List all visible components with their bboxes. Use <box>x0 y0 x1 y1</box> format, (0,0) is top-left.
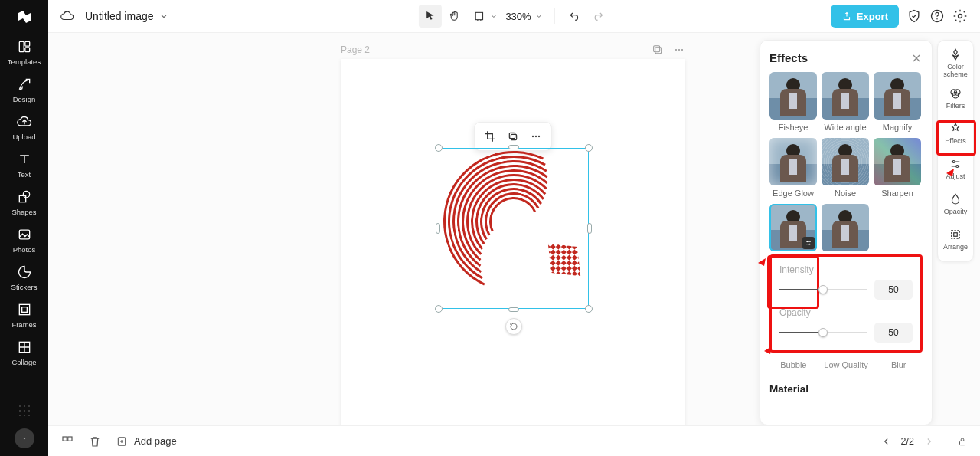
rail-filters[interactable]: Filters <box>938 80 973 116</box>
rail-opacity[interactable]: Opacity <box>938 186 973 221</box>
close-icon[interactable] <box>910 52 923 64</box>
settings-icon[interactable] <box>952 8 968 24</box>
sidebar-item-design[interactable]: Design <box>0 71 48 108</box>
effect-fisheye[interactable] <box>769 72 817 120</box>
svg-point-11 <box>936 18 938 20</box>
more-icon[interactable] <box>673 44 685 56</box>
resize-tool[interactable] <box>467 5 490 28</box>
svg-rect-13 <box>655 48 662 54</box>
resize-handle-se[interactable] <box>585 305 593 313</box>
redo-button[interactable] <box>587 5 610 28</box>
trash-icon[interactable] <box>88 435 102 448</box>
cursor-tool[interactable] <box>418 5 441 28</box>
rail-color-scheme[interactable]: Color scheme <box>938 45 973 80</box>
copy-button[interactable] <box>502 126 524 147</box>
resize-handle-nw[interactable] <box>435 144 443 152</box>
more-button[interactable] <box>525 126 547 147</box>
rail-arrange[interactable]: Arrange <box>938 221 973 257</box>
svg-point-26 <box>952 161 955 163</box>
effect-edge-glow[interactable] <box>769 138 817 185</box>
sidebar-item-shapes[interactable]: Shapes <box>0 183 48 221</box>
svg-rect-33 <box>68 437 72 441</box>
sidebar-item-stickers[interactable]: Stickers <box>0 258 48 296</box>
swirl-shape <box>443 151 584 304</box>
resize-handle-s[interactable] <box>508 307 519 312</box>
document-title[interactable]: Untitled image <box>85 10 154 22</box>
zoom-level[interactable]: 330% <box>505 11 543 22</box>
chevron-down-icon[interactable] <box>488 11 498 21</box>
effect-low-quality[interactable] <box>822 204 869 251</box>
sidebar-item-text[interactable]: Text <box>0 146 48 183</box>
crop-button[interactable] <box>479 126 501 147</box>
rail-adjust[interactable]: Adjust <box>938 151 973 186</box>
effects-title: Effects <box>769 51 808 64</box>
pages-grid-icon[interactable] <box>60 435 74 448</box>
cloud-sync-icon[interactable] <box>60 9 74 23</box>
intensity-label: Intensity <box>779 264 913 275</box>
svg-rect-28 <box>952 231 960 239</box>
svg-rect-2 <box>24 48 29 52</box>
help-icon[interactable] <box>929 8 945 24</box>
rail-effects[interactable]: Effects <box>938 116 973 151</box>
sidebar-item-photos[interactable]: Photos <box>0 221 48 258</box>
resize-handle-w[interactable] <box>436 223 440 234</box>
sidebar-label: Stickers <box>11 283 38 291</box>
selected-object[interactable] <box>439 148 589 309</box>
app-logo[interactable] <box>0 0 48 33</box>
sidebar-item-templates[interactable]: Templates <box>0 33 48 71</box>
effect-sliders: Intensity 50 Opacity 50 <box>769 254 923 353</box>
topbar: Untitled image 330% Export <box>48 0 980 33</box>
hand-tool[interactable] <box>443 5 466 28</box>
effect-bubble[interactable] <box>769 204 817 251</box>
sidebar-label: Frames <box>11 320 36 329</box>
svg-rect-14 <box>654 46 660 52</box>
svg-rect-1 <box>24 41 29 46</box>
shield-icon[interactable] <box>906 8 922 24</box>
qr-icon[interactable] <box>18 404 31 418</box>
svg-point-27 <box>956 166 959 168</box>
svg-rect-6 <box>19 304 29 314</box>
sidebar-item-collage[interactable]: Collage <box>0 333 48 371</box>
page-label: Page 2 <box>341 44 370 55</box>
chevron-down-icon[interactable] <box>158 11 169 21</box>
svg-point-17 <box>681 49 683 51</box>
left-sidebar: Templates Design Upload Text Shapes Phot… <box>0 0 48 456</box>
duplicate-page-icon[interactable] <box>652 44 664 56</box>
sidebar-label: Photos <box>13 245 36 254</box>
prev-page-icon[interactable] <box>881 436 892 447</box>
opacity-slider[interactable] <box>779 327 867 338</box>
sidebar-label: Design <box>13 95 36 103</box>
export-button[interactable]: Export <box>831 5 899 28</box>
effect-magnify[interactable] <box>874 72 921 120</box>
add-page-button[interactable]: Add page <box>116 435 177 448</box>
svg-point-15 <box>675 49 677 51</box>
resize-handle-n[interactable] <box>508 145 519 149</box>
svg-point-30 <box>807 241 808 243</box>
svg-rect-29 <box>954 233 958 237</box>
svg-point-22 <box>538 136 540 137</box>
intensity-slider[interactable] <box>779 284 867 295</box>
adjust-icon[interactable] <box>802 237 815 249</box>
rotate-handle[interactable] <box>505 318 522 335</box>
account-avatar[interactable] <box>15 428 34 448</box>
page-indicator: 2/2 <box>901 436 914 447</box>
resize-handle-ne[interactable] <box>585 144 593 152</box>
bottom-bar: Add page 2/2 <box>48 425 980 456</box>
resize-handle-e[interactable] <box>587 223 592 234</box>
svg-point-31 <box>808 244 810 245</box>
lock-icon[interactable] <box>957 436 968 447</box>
svg-rect-9 <box>475 12 482 19</box>
effect-sharpen[interactable] <box>874 138 921 185</box>
svg-rect-18 <box>511 134 516 139</box>
effect-noise[interactable] <box>822 138 869 185</box>
intensity-value[interactable]: 50 <box>874 280 913 300</box>
sidebar-item-upload[interactable]: Upload <box>0 108 48 146</box>
sidebar-item-frames[interactable]: Frames <box>0 296 48 333</box>
effect-wide-angle[interactable] <box>822 72 869 120</box>
undo-button[interactable] <box>563 5 586 28</box>
svg-point-21 <box>535 136 537 137</box>
resize-handle-sw[interactable] <box>435 305 443 313</box>
svg-point-20 <box>532 136 534 137</box>
next-page-icon[interactable] <box>923 436 934 447</box>
opacity-value[interactable]: 50 <box>874 323 913 343</box>
